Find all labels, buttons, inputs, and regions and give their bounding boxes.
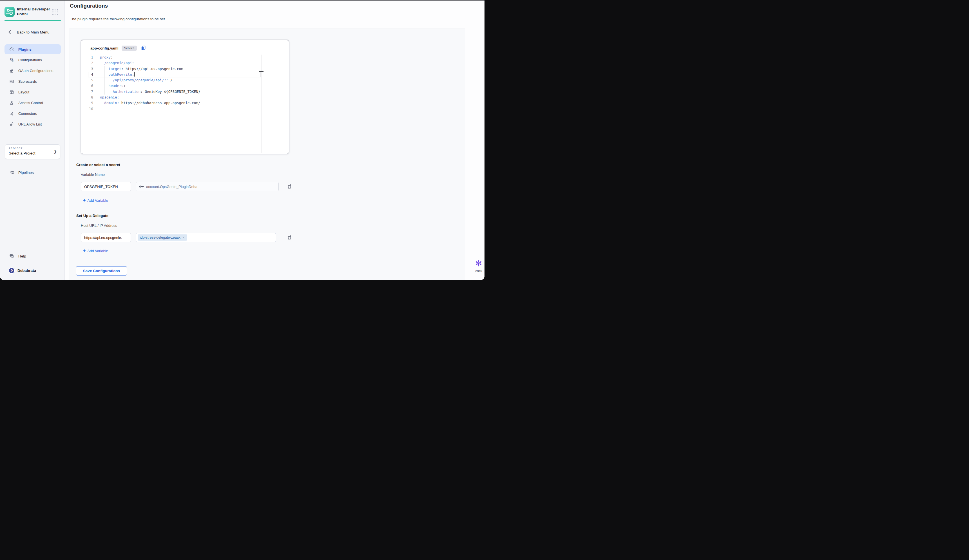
editor-filename: app-config.yaml xyxy=(90,46,118,50)
secret-section-heading: Create or select a secret xyxy=(76,163,120,167)
code-editor[interactable]: 1proxy:2 /opsgenie/api:3 target: https:/… xyxy=(81,55,289,153)
sidebar-item-pipelines[interactable]: Pipelines xyxy=(0,168,65,177)
secret-value: account.OpsGenie_PluginDeba xyxy=(146,184,197,189)
line-number: 3 xyxy=(81,66,93,72)
chevron-right-icon: ❯ xyxy=(54,150,57,154)
back-to-main-menu-button[interactable]: Back to Main Menu xyxy=(0,28,65,36)
line-number: 7 xyxy=(81,89,93,95)
code-line: 5 /api/proxy/opsgenie/api/?: / xyxy=(81,77,289,83)
code-line: 1proxy: xyxy=(81,55,289,60)
delegate-select-field[interactable]: idp-stress-delegate-zeaak ✕ xyxy=(136,233,276,242)
variable-row: account.OpsGenie_PluginDeba xyxy=(81,182,279,191)
code-line: 6 headers: xyxy=(81,83,289,89)
window-top-edge xyxy=(0,0,484,0)
app-logo-icon xyxy=(5,7,15,17)
text-cursor xyxy=(134,72,135,76)
code-line: 3 target: https://api.us.opsgenie.com xyxy=(81,66,289,72)
line-number: 5 xyxy=(81,77,93,83)
sidebar-item-connectors[interactable]: Connectors xyxy=(0,108,61,118)
svg-text:?: ? xyxy=(11,254,12,256)
sidebar-item-label: Layout xyxy=(18,90,29,94)
code-line: 8opsgenie: xyxy=(81,95,289,100)
code-line: 2 /opsgenie/api: xyxy=(81,60,289,66)
project-selector-label: Select a Project xyxy=(9,151,35,155)
sidebar-item-oauth-configurations[interactable]: OAuth Configurations xyxy=(0,66,61,76)
user-menu[interactable]: D Debabrata xyxy=(0,265,65,276)
main-content: Configurations The plugin requires the f… xyxy=(65,0,484,280)
host-url-label: Host URL / IP Address xyxy=(81,223,117,228)
sidebar-item-plugins[interactable]: Plugins xyxy=(5,44,61,54)
back-arrow-icon xyxy=(8,30,14,35)
sidebar-bottom-divider xyxy=(2,248,63,248)
code-line: 4 pathRewrite: xyxy=(81,72,289,77)
line-number: 1 xyxy=(81,55,93,60)
aida-widget[interactable]: AIDA xyxy=(471,259,484,272)
editor-header: app-config.yaml Service xyxy=(90,45,146,51)
sidebar-item-access-control[interactable]: Access Control xyxy=(0,98,61,108)
aida-flower-icon xyxy=(475,259,483,268)
save-configurations-button[interactable]: Save Configurations xyxy=(76,266,127,276)
variable-name-input[interactable] xyxy=(81,182,131,191)
scorecard-icon xyxy=(9,79,14,84)
sidebar-item-url-allow-list[interactable]: URL Allow List xyxy=(0,119,61,129)
aida-label: AIDA xyxy=(471,269,484,272)
layout-icon xyxy=(9,90,14,95)
apps-grid-icon[interactable] xyxy=(52,9,58,15)
sidebar-item-label: Connectors xyxy=(18,111,37,116)
person-icon xyxy=(9,100,14,105)
line-number: 6 xyxy=(81,83,93,89)
sidebar-item-label: Plugins xyxy=(18,47,32,52)
sidebar-item-label: URL Allow List xyxy=(18,122,42,126)
pipelines-label: Pipelines xyxy=(18,171,34,175)
sidebar-item-scorecards[interactable]: Scorecards xyxy=(0,76,61,86)
service-badge: Service xyxy=(122,46,137,51)
puzzle-icon xyxy=(9,47,14,52)
secret-select-field[interactable]: account.OpsGenie_PluginDeba xyxy=(136,182,279,191)
sidebar-item-help[interactable]: ? Help xyxy=(0,252,65,260)
sidebar: Internal Developer Portal Back to Main M… xyxy=(0,0,65,280)
sidebar-nav: Plugins⚙⚙ConfigurationsOAuth Configurati… xyxy=(0,44,65,130)
delegate-section-heading: Set Up a Delegate xyxy=(76,214,108,218)
host-url-input[interactable] xyxy=(81,233,131,242)
plus-icon: + xyxy=(83,198,86,203)
yaml-editor-card: app-config.yaml Service 1proxy:2 /opsgen… xyxy=(81,40,289,154)
chip-remove-icon[interactable]: ✕ xyxy=(182,236,185,239)
pipelines-icon xyxy=(9,170,14,175)
add-delegate-variable-button[interactable]: + Add Variable xyxy=(83,248,108,253)
sidebar-item-label: Access Control xyxy=(18,101,43,105)
brand-accent-rule xyxy=(5,20,61,21)
line-number: 8 xyxy=(81,95,93,100)
user-name: Debabrata xyxy=(17,268,36,273)
project-eyebrow: PROJECT xyxy=(9,147,23,150)
code-line: 10 xyxy=(81,106,289,112)
code-line: 7 Authorization: GenieKey ${OPSGENIE_TOK… xyxy=(81,89,289,95)
page-title: Configurations xyxy=(70,3,108,9)
help-label: Help xyxy=(18,254,26,258)
page-subtitle: The plugin requires the following config… xyxy=(70,17,166,21)
line-number: 10 xyxy=(81,106,93,112)
delete-delegate-icon[interactable] xyxy=(286,235,292,240)
add-variable-button[interactable]: + Add Variable xyxy=(83,198,108,203)
sidebar-item-label: Configurations xyxy=(18,58,42,62)
gears-icon: ⚙⚙ xyxy=(9,58,14,63)
sidebar-item-layout[interactable]: Layout xyxy=(0,87,61,97)
brand-title: Internal Developer Portal xyxy=(17,7,53,16)
variable-name-label: Variable Name xyxy=(81,173,105,177)
sidebar-divider xyxy=(2,39,63,39)
plus-icon: + xyxy=(83,248,86,253)
link-icon xyxy=(9,122,14,126)
key-icon xyxy=(139,184,144,189)
project-selector[interactable]: PROJECT Select a Project ❯ xyxy=(5,145,60,159)
line-number: 9 xyxy=(81,100,93,106)
delegate-chip[interactable]: idp-stress-delegate-zeaak ✕ xyxy=(138,234,187,241)
copy-icon[interactable] xyxy=(141,46,146,51)
delegate-row: idp-stress-delegate-zeaak ✕ xyxy=(81,233,276,242)
code-line: 9 domain: https://debaharness.app.opsgen… xyxy=(81,100,289,106)
sidebar-item-configurations[interactable]: ⚙⚙Configurations xyxy=(0,55,61,65)
help-chat-icon: ? xyxy=(9,254,14,259)
config-panel: app-config.yaml Service 1proxy:2 /opsgen… xyxy=(70,28,465,280)
line-number: 4 xyxy=(81,72,93,77)
lock-icon xyxy=(9,68,14,73)
delete-variable-icon[interactable] xyxy=(286,184,292,189)
avatar: D xyxy=(8,268,15,274)
